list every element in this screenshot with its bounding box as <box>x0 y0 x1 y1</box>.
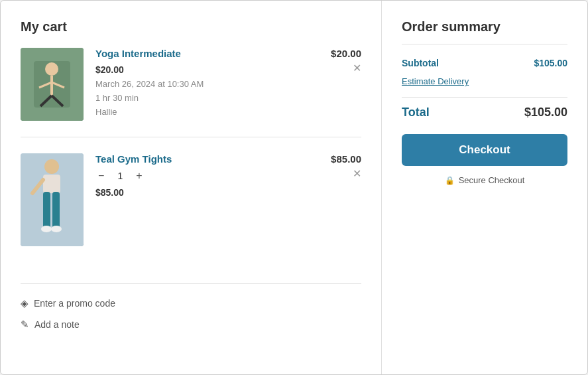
svg-point-9 <box>44 159 59 174</box>
yoga-item-date: March 26, 2024 at 10:30 AM <box>95 78 319 92</box>
increase-qty-button[interactable]: + <box>133 170 145 182</box>
subtotal-row: Subtotal $105.00 <box>402 58 567 68</box>
cart-item-yoga: Yoga Intermediate $20.00 March 26, 2024 … <box>21 48 361 137</box>
gym-tights-price-close: $85.00 ✕ <box>331 153 361 179</box>
yoga-item-price-right: $20.00 <box>331 48 361 59</box>
svg-point-2 <box>45 62 58 76</box>
cart-title: My cart <box>21 19 361 35</box>
promo-label: Enter a promo code <box>34 298 115 309</box>
secure-checkout: 🔒 Secure Checkout <box>402 175 567 185</box>
yoga-item-instructor: Hallie <box>95 106 319 119</box>
estimate-delivery-link[interactable]: Estimate Delivery <box>402 76 567 86</box>
lock-icon: 🔒 <box>445 176 455 185</box>
order-summary-panel: Order summary Subtotal $105.00 Estimate … <box>382 1 587 374</box>
subtotal-value: $105.00 <box>534 58 567 68</box>
svg-rect-12 <box>52 192 60 228</box>
total-row: Total $105.00 <box>402 97 567 119</box>
svg-rect-11 <box>43 192 50 228</box>
cart-item-gym-tights: Teal Gym Tights − 1 + $85.00 $85.00 ✕ <box>21 153 361 262</box>
checkout-button[interactable]: Checkout <box>402 134 567 166</box>
note-icon: ✎ <box>21 319 29 331</box>
add-note-link[interactable]: ✎ Add a note <box>21 319 361 331</box>
total-value: $105.00 <box>524 106 567 119</box>
cart-panel: My cart Yoga Intermediate $20.00 <box>1 1 382 374</box>
yoga-price-close: $20.00 ✕ <box>331 48 361 74</box>
svg-rect-10 <box>43 175 60 193</box>
bottom-actions: ◈ Enter a promo code ✎ Add a note <box>21 283 361 331</box>
yoga-item-price: $20.00 <box>95 64 319 75</box>
total-label: Total <box>402 106 430 119</box>
gym-tights-remove-button[interactable]: ✕ <box>353 169 361 179</box>
quantity-value: 1 <box>115 171 125 181</box>
svg-point-14 <box>51 226 62 232</box>
gym-tights-name: Teal Gym Tights <box>95 153 319 165</box>
gym-tights-price-right: $85.00 <box>331 153 361 165</box>
order-summary-title: Order summary <box>402 19 567 44</box>
tag-icon: ◈ <box>21 297 29 309</box>
yoga-item-duration: 1 hr 30 min <box>95 92 319 106</box>
secure-checkout-label: Secure Checkout <box>459 175 525 185</box>
note-label: Add a note <box>34 319 80 330</box>
decrease-qty-button[interactable]: − <box>95 170 107 182</box>
quantity-controls: − 1 + <box>95 170 319 182</box>
svg-point-13 <box>41 226 52 232</box>
gym-tights-details: Teal Gym Tights − 1 + $85.00 <box>95 153 319 200</box>
yoga-item-details: Yoga Intermediate $20.00 March 26, 2024 … <box>95 48 319 119</box>
gym-tights-price: $85.00 <box>95 187 319 198</box>
yoga-item-name: Yoga Intermediate <box>95 48 319 59</box>
yoga-remove-button[interactable]: ✕ <box>353 63 361 74</box>
gym-tights-image <box>21 153 84 246</box>
yoga-item-image <box>21 48 84 121</box>
promo-code-link[interactable]: ◈ Enter a promo code <box>21 297 361 309</box>
subtotal-label: Subtotal <box>402 58 439 68</box>
